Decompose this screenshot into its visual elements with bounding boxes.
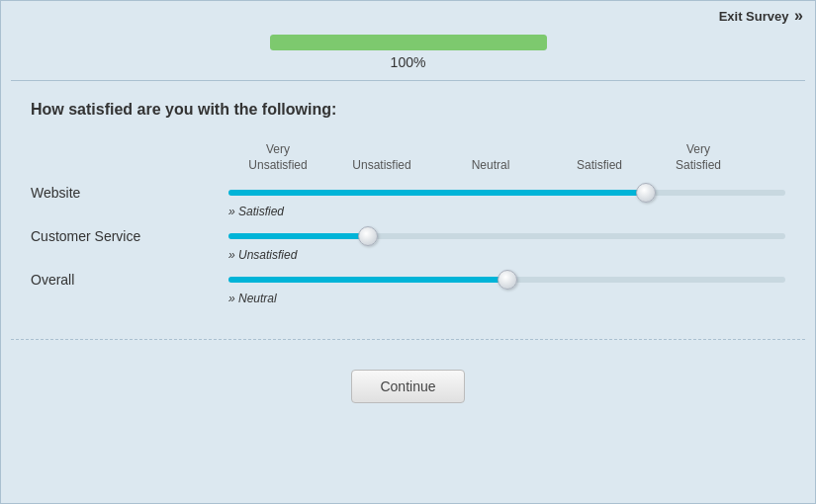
col-header-very-satisfied: VerySatisfied: [654, 142, 743, 173]
col-header-neutral: Neutral: [436, 158, 545, 174]
continue-button[interactable]: Continue: [351, 370, 464, 403]
exit-survey-label: Exit Survey: [719, 9, 789, 24]
exit-chevron-icon: »: [794, 7, 803, 24]
progress-area: 100%: [1, 29, 815, 80]
slider-row-overall: Overall » Neutral: [31, 270, 785, 305]
slider-row-main-overall: Overall: [31, 270, 785, 290]
slider-value-overall: » Neutral: [31, 292, 785, 305]
question-title: How satisfied are you with the following…: [31, 101, 785, 119]
progress-label: 100%: [391, 54, 426, 70]
slider-track-overall[interactable]: [228, 270, 785, 290]
slider-thumb-overall[interactable]: [498, 270, 517, 290]
slider-fill-customer-service: [228, 233, 368, 239]
slider-thumb-customer-service[interactable]: [358, 226, 378, 246]
slider-row-website: Website » Satisfied: [31, 183, 785, 218]
survey-container: Exit Survey » 100% How satisfied are you…: [0, 0, 816, 504]
slider-value-website: » Satisfied: [31, 205, 785, 218]
col-header-satisfied: Satisfied: [545, 158, 654, 174]
slider-fill-overall: [228, 277, 507, 283]
top-bar: Exit Survey »: [1, 1, 815, 29]
col-header-unsatisfied: Unsatisfied: [327, 158, 436, 174]
slider-label-website: Website: [31, 185, 228, 201]
slider-thumb-website[interactable]: [636, 183, 656, 203]
progress-bar-fill: [270, 35, 547, 50]
button-area: Continue: [1, 340, 815, 413]
main-content: How satisfied are you with the following…: [1, 81, 815, 323]
progress-bar-container: [270, 35, 547, 50]
slider-label-overall: Overall: [31, 272, 228, 288]
slider-track-customer-service[interactable]: [228, 226, 785, 246]
slider-value-customer-service: » Unsatisfied: [31, 248, 785, 262]
slider-row-main-website: Website: [31, 183, 785, 203]
col-header-very-unsatisfied: VeryUnsatisfied: [228, 142, 327, 173]
slider-fill-website: [228, 190, 646, 196]
exit-survey-link[interactable]: Exit Survey »: [719, 7, 803, 25]
slider-row-customer-service: Customer Service » Unsatisfied: [31, 226, 785, 262]
slider-row-main-customer-service: Customer Service: [31, 226, 785, 246]
slider-section: VeryUnsatisfied Unsatisfied Neutral Sati…: [31, 142, 785, 305]
slider-track-website[interactable]: [228, 183, 785, 203]
slider-label-customer-service: Customer Service: [31, 228, 228, 244]
column-headers: VeryUnsatisfied Unsatisfied Neutral Sati…: [31, 142, 785, 173]
